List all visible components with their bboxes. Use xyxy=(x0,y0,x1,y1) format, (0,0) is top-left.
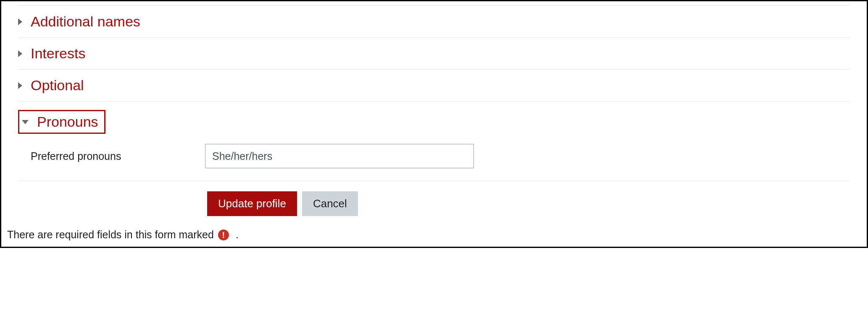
update-profile-button[interactable]: Update profile xyxy=(207,191,297,216)
section-interests[interactable]: Interests xyxy=(18,38,850,70)
required-icon: ! xyxy=(218,230,229,240)
section-title-pronouns[interactable]: Pronouns xyxy=(37,114,98,130)
pronouns-field-area: Preferred pronouns Update profile Cancel xyxy=(1,134,867,229)
required-note-period: . xyxy=(236,229,239,241)
preferred-pronouns-row: Preferred pronouns xyxy=(18,134,850,181)
required-note-text: There are required fields in this form m… xyxy=(7,229,214,241)
preferred-pronouns-label: Preferred pronouns xyxy=(31,150,205,162)
section-title-additional-names[interactable]: Additional names xyxy=(31,13,140,30)
cancel-button[interactable]: Cancel xyxy=(302,191,358,216)
required-fields-note: There are required fields in this form m… xyxy=(1,229,867,247)
section-title-interests[interactable]: Interests xyxy=(31,45,85,62)
caret-down-icon xyxy=(22,120,29,124)
section-additional-names[interactable]: Additional names xyxy=(18,5,850,38)
section-optional[interactable]: Optional xyxy=(18,70,850,102)
caret-right-icon xyxy=(18,82,22,89)
preferred-pronouns-input[interactable] xyxy=(205,144,474,168)
profile-form-container: Additional names Interests Optional Pron… xyxy=(0,0,868,248)
caret-right-icon xyxy=(18,18,22,25)
collapsible-sections: Additional names Interests Optional Pron… xyxy=(1,5,867,134)
form-actions: Update profile Cancel xyxy=(18,181,850,229)
pronouns-highlight-box: Pronouns xyxy=(18,110,105,134)
section-pronouns[interactable]: Pronouns xyxy=(18,110,850,134)
caret-right-icon xyxy=(18,50,22,57)
section-title-optional[interactable]: Optional xyxy=(31,77,84,94)
